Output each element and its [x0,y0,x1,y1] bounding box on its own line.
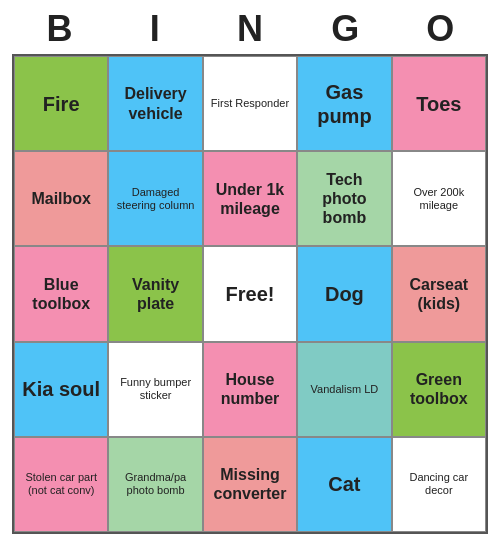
bingo-cell-4[interactable]: Toes [392,56,486,151]
bingo-cell-5[interactable]: Mailbox [14,151,108,246]
bingo-cell-23[interactable]: Cat [297,437,391,532]
bingo-cell-15[interactable]: Kia soul [14,342,108,437]
bingo-cell-2[interactable]: First Responder [203,56,297,151]
bingo-cell-9[interactable]: Over 200k mileage [392,151,486,246]
bingo-header: BINGO [12,8,488,50]
bingo-grid: FireDelivery vehicleFirst ResponderGas p… [12,54,488,534]
bingo-cell-21[interactable]: Grandma/pa photo bomb [108,437,202,532]
bingo-cell-16[interactable]: Funny bumper sticker [108,342,202,437]
bingo-letter-i: I [110,8,200,50]
bingo-cell-6[interactable]: Damaged steering column [108,151,202,246]
bingo-cell-22[interactable]: Missing converter [203,437,297,532]
bingo-cell-18[interactable]: Vandalism LD [297,342,391,437]
bingo-cell-7[interactable]: Under 1k mileage [203,151,297,246]
bingo-cell-12[interactable]: Free! [203,246,297,341]
bingo-cell-20[interactable]: Stolen car part (not cat conv) [14,437,108,532]
bingo-cell-14[interactable]: Carseat (kids) [392,246,486,341]
bingo-cell-24[interactable]: Dancing car decor [392,437,486,532]
bingo-cell-3[interactable]: Gas pump [297,56,391,151]
bingo-cell-8[interactable]: Tech photo bomb [297,151,391,246]
bingo-cell-11[interactable]: Vanity plate [108,246,202,341]
bingo-letter-g: G [300,8,390,50]
bingo-cell-13[interactable]: Dog [297,246,391,341]
bingo-cell-19[interactable]: Green toolbox [392,342,486,437]
bingo-cell-0[interactable]: Fire [14,56,108,151]
bingo-letter-o: O [395,8,485,50]
bingo-cell-17[interactable]: House number [203,342,297,437]
bingo-cell-10[interactable]: Blue toolbox [14,246,108,341]
bingo-letter-n: N [205,8,295,50]
bingo-cell-1[interactable]: Delivery vehicle [108,56,202,151]
bingo-letter-b: B [15,8,105,50]
